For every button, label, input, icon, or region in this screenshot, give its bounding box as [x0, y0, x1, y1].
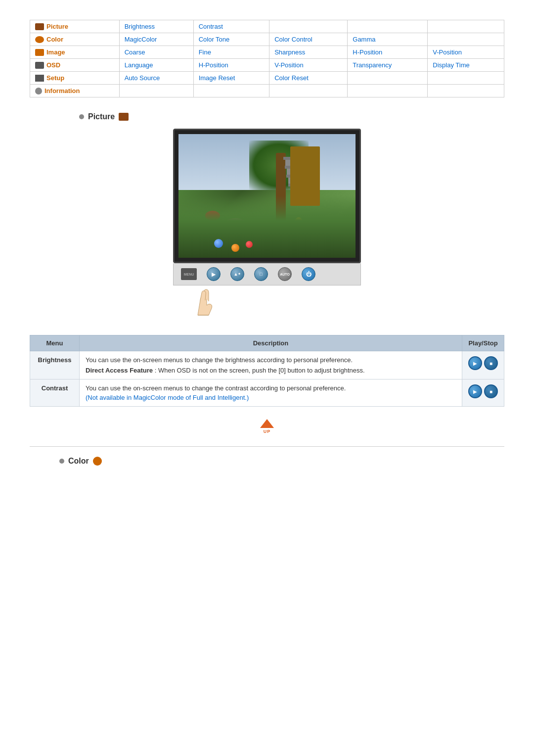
brightness-play-cell: ▶ ■ [462, 351, 504, 379]
transparency-link[interactable]: Transparency [353, 61, 392, 69]
contrast-buttons: ▶ ■ [468, 384, 498, 398]
sharpness-link[interactable]: Sharpness [274, 48, 305, 56]
osd-icon [35, 62, 44, 69]
hand-icon [183, 285, 222, 320]
balloon-green [303, 178, 312, 189]
nav-row-osd: OSD Language H-Position V-Position Trans… [30, 59, 504, 72]
description-table: Menu Description Play/Stop Brightness Yo… [30, 335, 504, 407]
table-row-contrast: Contrast You can use the on-screen menus… [30, 379, 504, 407]
pagoda [285, 159, 303, 198]
brightness-link[interactable]: Brightness [125, 23, 155, 30]
info-icon [35, 88, 42, 94]
setup-menu-text: Setup [46, 74, 64, 82]
nav-row-image: Image Coarse Fine Sharpness H-Position V… [30, 46, 504, 59]
vposition-osd-link[interactable]: V-Position [274, 61, 304, 69]
contrast-desc-text: You can use the on-screen menus to chang… [86, 384, 346, 392]
hand-container [173, 285, 361, 320]
direct-access-text: When OSD is not on the screen, push the … [158, 367, 365, 374]
color-title: Color [68, 457, 89, 466]
menu-label-image[interactable]: Image [35, 48, 114, 56]
color-menu-text: Color [46, 36, 63, 43]
table-header-row: Menu Description Play/Stop [30, 335, 504, 351]
coarse-link[interactable]: Coarse [125, 48, 145, 56]
contrast-note-text: (Not available in MagicColor mode of Ful… [86, 394, 249, 401]
menu-label-setup[interactable]: Setup [35, 74, 114, 82]
menu-header: Menu [30, 335, 80, 351]
picture-dot [79, 114, 84, 119]
monitor-container: MENU ▶ ▲✦ □ AUTO ⏻ [30, 129, 504, 320]
image-menu-text: Image [46, 48, 65, 56]
contrast-link[interactable]: Contrast [199, 23, 223, 30]
playstop-header: Play/Stop [462, 335, 504, 351]
contrast-play-btn[interactable]: ▶ [468, 384, 482, 398]
brightness-stop-btn[interactable]: ■ [484, 356, 498, 370]
nav-row-color: Color MagicColor Color Tone Color Contro… [30, 33, 504, 46]
contrast-label: Contrast [42, 384, 68, 392]
magiccolor-link[interactable]: MagicColor [125, 36, 157, 43]
window-button[interactable]: □ [254, 267, 268, 281]
osd-menu-text: OSD [46, 61, 60, 69]
setup-icon [35, 75, 44, 82]
up-button[interactable]: UP [260, 419, 274, 434]
up-label: UP [264, 429, 271, 434]
play-button[interactable]: ▶ [207, 267, 221, 281]
picture-icon [35, 23, 44, 30]
contrast-stop-btn[interactable]: ■ [484, 384, 498, 398]
color-dot [59, 459, 64, 464]
monitor-frame [173, 129, 361, 263]
brightness-desc-main: You can use the on-screen menus to chang… [86, 356, 456, 364]
information-menu-text: Information [44, 87, 80, 94]
picture-menu-text: Picture [46, 23, 68, 30]
fine-link[interactable]: Fine [199, 48, 211, 56]
gamma-link[interactable]: Gamma [353, 36, 375, 43]
brightness-play-btn[interactable]: ▶ [468, 356, 482, 370]
hposition-image-link[interactable]: H-Position [353, 48, 382, 56]
direct-access-label: Direct Access Feature [86, 367, 153, 374]
nav-row-setup: Setup Auto Source Image Reset Color Rese… [30, 72, 504, 85]
colorcontrol-link[interactable]: Color Control [274, 36, 312, 43]
brightness-label: Brightness [38, 356, 72, 364]
color-section-icon [93, 457, 102, 466]
colortone-link[interactable]: Color Tone [199, 36, 230, 43]
imagereset-link[interactable]: Image Reset [199, 74, 235, 82]
contrast-desc-main: You can use the on-screen menus to chang… [86, 384, 456, 392]
ball-blue [214, 239, 223, 248]
up-section: UP [30, 419, 504, 434]
brightness-description-cell: You can use the on-screen menus to chang… [80, 351, 462, 379]
brightness-desc-text: You can use the on-screen menus to chang… [86, 356, 353, 364]
color-icon [35, 36, 44, 43]
picture-section-heading: Picture [79, 112, 504, 121]
picture-title: Picture [88, 112, 115, 121]
autosource-link[interactable]: Auto Source [125, 74, 160, 82]
hposition-osd-link[interactable]: H-Position [199, 61, 228, 69]
brightness-button[interactable]: ▲✦ [230, 267, 244, 281]
displaytime-link[interactable]: Display Time [433, 61, 469, 69]
colon-sep: : [153, 367, 158, 374]
nav-row-information: Information [30, 85, 504, 97]
menu-button-group: MENU [181, 268, 197, 280]
monitor-screen [178, 134, 356, 258]
contrast-description-cell: You can use the on-screen menus to chang… [80, 379, 462, 407]
ball-red-bottom [246, 241, 253, 248]
ball-orange [231, 244, 239, 252]
section-divider [30, 446, 504, 447]
brightness-buttons: ▶ ■ [468, 356, 498, 370]
menu-label-color[interactable]: Color [35, 36, 114, 43]
menu-button-icon[interactable]: MENU [181, 268, 197, 280]
vposition-image-link[interactable]: V-Position [433, 48, 462, 56]
power-button[interactable]: ⏻ [302, 267, 315, 281]
contrast-note: (Not available in MagicColor mode of Ful… [86, 394, 456, 401]
language-link[interactable]: Language [125, 61, 153, 69]
nav-row-picture: Picture Brightness Contrast [30, 20, 504, 33]
contrast-play-cell: ▶ ■ [462, 379, 504, 407]
brightness-desc-extra: Direct Access Feature : When OSD is not … [86, 367, 456, 374]
menu-label-information[interactable]: Information [35, 87, 114, 94]
menu-label-picture[interactable]: Picture [35, 23, 114, 30]
table-row-brightness: Brightness You can use the on-screen men… [30, 351, 504, 379]
colorreset-link[interactable]: Color Reset [274, 74, 309, 82]
auto-button[interactable]: AUTO [278, 267, 292, 281]
up-arrow-icon [260, 419, 274, 428]
menu-label-osd[interactable]: OSD [35, 61, 114, 69]
description-header: Description [80, 335, 462, 351]
picture-section-icon [119, 113, 129, 121]
